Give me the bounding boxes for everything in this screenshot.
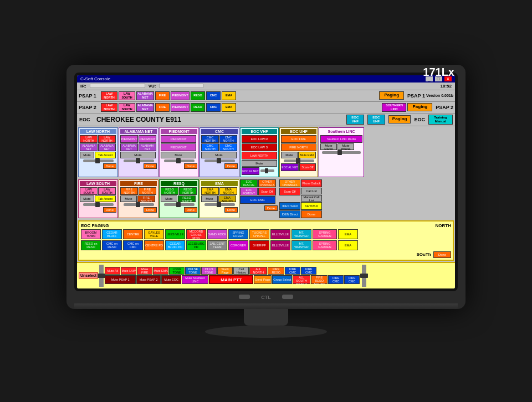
resq-mute[interactable]: Mute xyxy=(161,195,177,202)
pg-tuckers-chapel[interactable]: TUCKERS CHAPEL xyxy=(249,229,269,239)
euhf-eoc-al-net[interactable]: EOC AL NET xyxy=(281,163,299,171)
euhf-scan-off[interactable]: Scan Off xyxy=(299,163,316,171)
fire-reso-south[interactable]: FIRE RESO SOUTH xyxy=(311,275,328,284)
bottom-slider-right[interactable] xyxy=(362,265,366,287)
euhf-eoc-fire[interactable]: EOC FIRE xyxy=(281,135,316,143)
evhf-law-north[interactable]: LAW NORTH xyxy=(242,152,277,159)
psap1-ema[interactable]: EMA xyxy=(222,91,236,100)
cmc-north[interactable]: CMC NORTH xyxy=(201,135,219,143)
bottom-slider-left[interactable] xyxy=(99,265,104,287)
euhf-mute[interactable]: Mute xyxy=(281,152,298,158)
ls-law-south[interactable]: LAW SOUTH xyxy=(80,187,98,195)
eoc-cmc[interactable]: EOC CMC xyxy=(240,196,275,204)
pg-cedar-bluff-pd[interactable]: CEDAR BLUFF PD xyxy=(165,240,185,250)
cmc-south2[interactable]: CMC SOUTH xyxy=(219,143,237,151)
monitor-button-left[interactable] xyxy=(239,295,250,299)
psap1-law-south[interactable]: LAW SOUTH xyxy=(119,91,135,100)
psap2-ema[interactable]: EMA xyxy=(222,103,236,112)
an-alabama-net2[interactable]: ALABAMA NET xyxy=(139,143,156,151)
iden-direct[interactable]: IDEN Direct xyxy=(279,210,300,218)
euhf-eoc-ema[interactable]: Mute EMA xyxy=(298,152,316,158)
pg-spring-creek[interactable]: SPRING CREEK xyxy=(228,229,248,239)
mute-psap1[interactable]: Mute PSAP 1 xyxy=(105,275,136,284)
ls-mute[interactable]: Mute xyxy=(80,195,94,202)
pg-ema-south[interactable]: EMA xyxy=(338,240,358,250)
fire-done[interactable]: Done xyxy=(144,207,157,213)
an-piedmont2[interactable]: PIEDMONT xyxy=(139,135,156,143)
an-alabama-net[interactable]: ALABAMA NET xyxy=(120,143,138,151)
pg-lees-ville[interactable]: LEES VILLE xyxy=(165,229,185,239)
pd-mute[interactable]: Mute xyxy=(161,152,196,158)
ln-mute[interactable]: Mute xyxy=(80,152,94,158)
fire-cmc3[interactable]: FIRE CMC xyxy=(328,275,344,284)
pg-cmc-cmc[interactable]: CMC en CMC xyxy=(123,240,143,250)
eoc-uhf-btn[interactable]: EOC UHF xyxy=(367,115,385,125)
cmc-south[interactable]: CMC SOUTH xyxy=(201,143,219,151)
psap2-fire[interactable]: FIRE xyxy=(155,103,170,112)
ln-done[interactable]: Done xyxy=(103,163,116,169)
all-north-btn[interactable]: ALL NORTH PSAP 1 xyxy=(249,267,267,275)
an-mute[interactable]: Mute xyxy=(120,152,156,158)
evhf-eoc-al-net[interactable]: EOC AL NET xyxy=(242,167,259,175)
fire-north2[interactable]: FIRE NORTH xyxy=(139,187,156,195)
mute-law[interactable]: Mute LAW xyxy=(121,267,136,275)
eoc-vhf-btn[interactable]: EOC VHF xyxy=(346,115,364,125)
other-channels[interactable]: OTHER CHANNELS xyxy=(258,179,276,187)
pg-coroner[interactable]: CORONER xyxy=(228,240,248,250)
psap1-paging[interactable]: Paging xyxy=(379,91,404,100)
pg-leesburg-pd[interactable]: LEESBURG PD xyxy=(186,240,206,250)
fire-cmc2[interactable]: FIRE CMC xyxy=(301,267,316,275)
pg-sheriff[interactable]: SHERIFF xyxy=(249,240,269,250)
main-ptt[interactable]: MAIN PTT xyxy=(209,275,253,284)
monitor-button-right[interactable] xyxy=(282,295,293,299)
pg-jail-cert[interactable]: JAIL CERT TEAM xyxy=(207,240,227,250)
pg-mccord[interactable]: MCCORD CROSS RING xyxy=(186,229,206,239)
paging-done[interactable]: Done xyxy=(433,251,451,258)
eoc-rescue[interactable]: EOC RESCUE xyxy=(240,179,258,187)
fire-reso-north[interactable]: FIRE RESO NORTH xyxy=(268,267,284,275)
an-piedmont[interactable]: PIEDMONT xyxy=(120,135,138,143)
eoc-paging-btn[interactable]: Paging xyxy=(388,115,411,123)
pg-sand-rock[interactable]: SAND ROCK xyxy=(207,229,227,239)
pg-ellisville[interactable]: ELLISVILLE xyxy=(270,229,290,239)
manual-call[interactable]: Manual Call List xyxy=(301,195,322,202)
mute-ema[interactable]: Mute EMA xyxy=(153,267,168,275)
evhf-mute[interactable]: Mute xyxy=(242,160,277,167)
ls-done[interactable]: Done xyxy=(103,207,116,213)
evhf-eoc-law2[interactable]: EOC LAW S xyxy=(242,143,277,151)
sl-radio[interactable]: Southern LiNC Radio xyxy=(320,135,362,143)
hi-lo-tone[interactable]: HI LO TONE xyxy=(201,267,217,275)
send-page[interactable]: Send Page xyxy=(254,275,272,284)
ls-law-south2[interactable]: LAW SOUTH xyxy=(98,187,116,195)
pg-broom-town[interactable]: BROOM TOWN xyxy=(81,229,101,239)
cmc-north2[interactable]: CMC NORTH xyxy=(219,135,237,143)
pd-piedmont[interactable]: PIEDMONT xyxy=(161,135,196,143)
psap1-fire[interactable]: FIRE xyxy=(155,91,170,100)
ln-law-north[interactable]: LAW NORTH xyxy=(80,135,98,143)
fire-south[interactable]: FIRE SOUTH xyxy=(137,195,155,202)
psap1-piedmont[interactable]: PIEDMONT xyxy=(171,91,190,100)
all-south-psap[interactable]: ALL SOUTH PSAP 2 xyxy=(293,275,310,284)
pg-spring-garden[interactable]: SPRING GARDEN xyxy=(313,229,337,239)
pg-mt-weisher[interactable]: MT. WEISHER xyxy=(291,229,311,239)
mute-psap2[interactable]: Mute PSAP 2 xyxy=(136,275,161,284)
pg-gayles-ville[interactable]: GAYLES VILLE xyxy=(144,229,164,239)
psap1-cmc[interactable]: CMC xyxy=(206,91,221,100)
side-done[interactable]: Done xyxy=(264,205,278,211)
ln-talk-around[interactable]: Talk Around xyxy=(95,152,116,158)
group-select[interactable]: Group Select xyxy=(272,275,292,284)
ema-mute[interactable]: Mute xyxy=(201,195,218,202)
pg-centre[interactable]: CENTRE xyxy=(123,229,143,239)
scan-off2[interactable]: Scan Off xyxy=(258,188,276,195)
eoc-pomont[interactable]: EOC POMONT xyxy=(240,188,258,195)
sl-mute-phone[interactable]: Mute Phone xyxy=(337,143,354,150)
long-tone[interactable]: LONG TONE xyxy=(169,267,185,275)
psap2-cmc[interactable]: CMC xyxy=(206,103,221,112)
ln-law-north2[interactable]: LAW NORTH xyxy=(98,135,116,143)
ema-done[interactable]: Done xyxy=(224,207,238,213)
keypad[interactable]: KEYPAD xyxy=(301,202,322,210)
mute-eoc[interactable]: Mute EOC xyxy=(161,275,181,284)
stack-page[interactable]: Stack Page xyxy=(217,267,233,275)
resq-done[interactable]: Done xyxy=(184,207,197,213)
ptt-phone[interactable]: Phone Outlook xyxy=(301,179,322,187)
